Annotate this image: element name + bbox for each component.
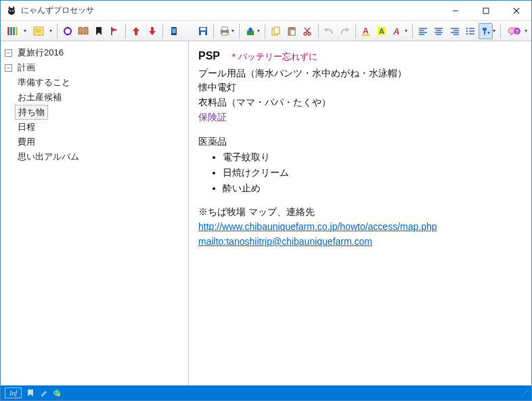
- svg-rect-10: [10, 27, 12, 35]
- tree-node[interactable]: 思い出アルバム: [3, 149, 185, 164]
- align-center-icon[interactable]: [432, 23, 446, 39]
- tree-node[interactable]: 日程: [3, 120, 185, 135]
- align-left-icon[interactable]: [416, 23, 430, 39]
- svg-rect-71: [40, 396, 41, 397]
- sync-icon[interactable]: [61, 23, 75, 39]
- status-pen-icon[interactable]: [39, 389, 47, 397]
- svg-rect-37: [290, 27, 294, 29]
- svg-rect-13: [34, 27, 43, 35]
- collapse-icon[interactable]: −: [5, 64, 12, 72]
- minimize-button[interactable]: [440, 1, 470, 20]
- tree-label: 日程: [15, 120, 38, 134]
- app-icon: [6, 5, 17, 16]
- arrow-down-icon[interactable]: [145, 23, 159, 39]
- maximize-button[interactable]: [470, 1, 501, 20]
- note-icon[interactable]: [29, 23, 49, 39]
- book-open-icon[interactable]: [76, 23, 91, 39]
- bookmark-icon[interactable]: [92, 23, 106, 39]
- svg-marker-2: [12, 6, 15, 9]
- tree-label: 夏旅行2016: [15, 46, 66, 60]
- dropdown-icon[interactable]: ▾: [24, 28, 28, 34]
- tree-label: 費用: [15, 135, 38, 149]
- books-icon[interactable]: [3, 23, 24, 39]
- undo-icon[interactable]: [322, 23, 336, 39]
- dropdown-icon[interactable]: ▾: [493, 28, 497, 34]
- svg-marker-21: [149, 27, 156, 35]
- status-globe-icon[interactable]: [53, 389, 61, 397]
- svg-text:A: A: [363, 26, 369, 36]
- tree-label: 準備すること: [15, 76, 73, 89]
- titlebar: にゃんずプロセッサ: [1, 1, 531, 21]
- tree-label: 持ち物: [15, 105, 48, 120]
- tree-root[interactable]: − 夏旅行2016: [3, 45, 185, 60]
- svg-point-62: [466, 27, 467, 28]
- svg-rect-6: [483, 8, 489, 14]
- text-purple: 保険証: [198, 110, 522, 125]
- dropdown-icon[interactable]: ▾: [405, 28, 409, 34]
- copy-icon[interactable]: [269, 23, 283, 39]
- dropdown-icon[interactable]: ▾: [49, 28, 53, 34]
- tree-node[interactable]: 準備すること: [3, 75, 185, 90]
- tree-node-plan[interactable]: − 計画: [3, 60, 185, 75]
- separator: [125, 24, 126, 39]
- redo-icon[interactable]: [338, 23, 352, 39]
- toolbar: ▾ ▾ ▾ ▾ A A A ▾ ▾ ? ▾: [1, 21, 531, 41]
- close-button[interactable]: [501, 1, 531, 20]
- svg-point-3: [9, 10, 11, 11]
- arrow-up-icon[interactable]: [129, 23, 143, 39]
- list-item: 電子蚊取り: [223, 150, 522, 165]
- cut-icon[interactable]: [300, 23, 314, 39]
- dropdown-icon[interactable]: ▾: [525, 28, 529, 34]
- print-icon[interactable]: [217, 23, 231, 39]
- align-right-icon[interactable]: [447, 23, 462, 39]
- window-title: にゃんずプロセッサ: [21, 5, 440, 16]
- list-item: 日焼けクリーム: [223, 166, 522, 181]
- svg-text:?: ?: [516, 28, 519, 34]
- svg-text:A: A: [393, 26, 399, 36]
- svg-point-41: [304, 32, 307, 35]
- highlight-icon[interactable]: A: [375, 23, 389, 39]
- tree-label: 思い出アルバム: [15, 150, 82, 164]
- font-color-icon[interactable]: A: [359, 23, 374, 39]
- tree-node[interactable]: お土産候補: [3, 90, 185, 105]
- separator: [162, 24, 163, 39]
- svg-point-0: [8, 8, 15, 15]
- editor-content[interactable]: PSP ＊バッテリー忘れずに プール用品（海水パンツ・水中めがね・水泳帽） 懐中…: [189, 41, 531, 385]
- flag-icon[interactable]: [108, 23, 122, 39]
- device-icon[interactable]: [167, 23, 181, 39]
- tree-node-selected[interactable]: 持ち物: [3, 105, 185, 120]
- resize-grip-icon[interactable]: ⋰: [521, 390, 527, 397]
- link-url[interactable]: http://www.chibauniquefarm.co.jp/howto/a…: [198, 221, 437, 232]
- svg-marker-68: [487, 32, 490, 34]
- font-style-icon[interactable]: A: [391, 23, 405, 39]
- svg-marker-1: [8, 6, 11, 9]
- save-icon[interactable]: [196, 23, 210, 39]
- text-line: 懐中電灯: [198, 80, 522, 95]
- tree-node[interactable]: 費用: [3, 135, 185, 149]
- paste-icon[interactable]: [284, 23, 298, 39]
- separator: [500, 24, 501, 39]
- dropdown-icon[interactable]: ▾: [257, 28, 261, 34]
- svg-rect-35: [274, 27, 280, 34]
- tree-panel[interactable]: − 夏旅行2016 − 計画 準備すること お土産候補 持ち物 日程 費用: [1, 41, 189, 385]
- status-inf[interactable]: Inf: [5, 387, 22, 398]
- statusbar: Inf ⋰: [1, 385, 531, 400]
- text-line: 衣料品（ママ・パパ・たくや）: [198, 95, 522, 110]
- svg-rect-9: [7, 27, 9, 35]
- dropdown-icon[interactable]: ▾: [231, 28, 236, 34]
- help-icon[interactable]: ?: [504, 23, 525, 39]
- format-icon[interactable]: [479, 23, 493, 39]
- import-icon[interactable]: [243, 23, 257, 39]
- link-mailto[interactable]: mailto:tanoshiitrip@chibauniquefarm.com: [198, 236, 372, 247]
- separator: [412, 24, 413, 39]
- svg-point-75: [58, 394, 60, 396]
- svg-rect-30: [227, 33, 229, 34]
- bullet-list: 電子蚊取り 日焼けクリーム 酔い止め: [223, 150, 522, 195]
- status-bookmark-icon[interactable]: [27, 389, 34, 397]
- list-icon[interactable]: [463, 23, 477, 39]
- separator: [57, 24, 58, 39]
- text-bold: PSP: [198, 50, 220, 62]
- svg-point-42: [308, 32, 311, 35]
- text-line: プール用品（海水パンツ・水中めがね・水泳帽）: [198, 66, 522, 81]
- collapse-icon[interactable]: −: [5, 49, 12, 57]
